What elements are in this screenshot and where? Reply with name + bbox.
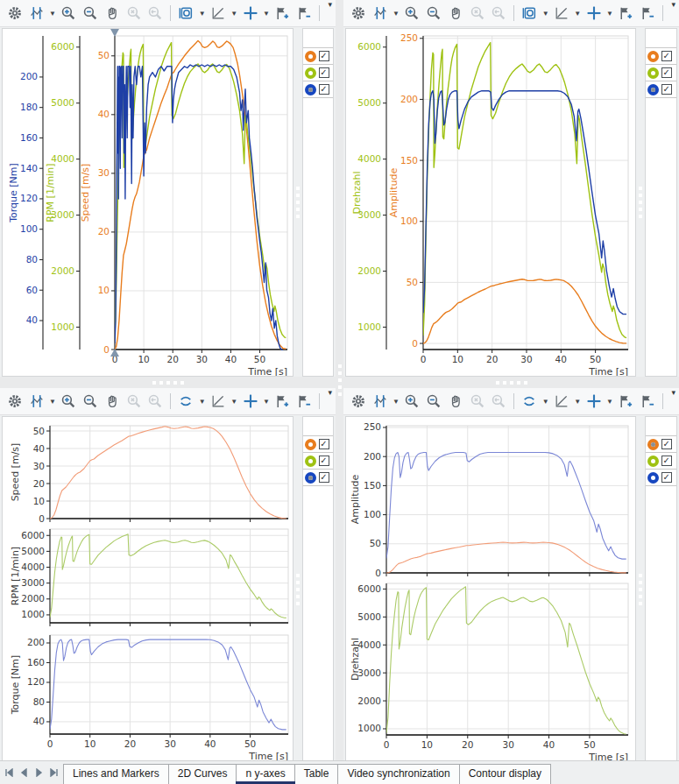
scale-mode-dropdown-icon[interactable]: ▼ — [573, 2, 583, 25]
zoom-in-icon[interactable] — [401, 390, 422, 413]
scale-mode-icon[interactable] — [551, 390, 572, 413]
zoom-out-icon[interactable] — [80, 2, 101, 25]
scale-mode-icon[interactable] — [551, 2, 572, 25]
vertical-splitter[interactable] — [336, 0, 343, 760]
measure-cursor-icon[interactable] — [26, 390, 47, 413]
signal-visibility-checkbox[interactable]: ✓ — [661, 51, 672, 61]
pan-hand-icon[interactable] — [102, 390, 123, 413]
signal-visibility-checkbox[interactable]: ✓ — [661, 456, 672, 466]
zoom-out-icon[interactable] — [423, 2, 444, 25]
zoom-out-icon[interactable] — [423, 390, 444, 413]
tab-2d-curves[interactable]: 2D Curves — [168, 764, 237, 784]
measure-cursor-icon[interactable] — [370, 390, 391, 413]
pan-hand-icon[interactable] — [445, 2, 466, 25]
measure-cursor-dropdown-icon[interactable]: ▼ — [392, 390, 401, 413]
signal-visibility-checkbox[interactable]: ✓ — [661, 67, 672, 78]
display-mode-dropdown-icon[interactable]: ▼ — [541, 2, 550, 25]
crosshair-dropdown-icon[interactable]: ▼ — [262, 390, 272, 413]
signal-ring-icon[interactable] — [305, 84, 316, 95]
measure-cursor-dropdown-icon[interactable]: ▼ — [48, 2, 58, 25]
tab-n-y-axes[interactable]: n y-axes — [236, 764, 294, 784]
crosshair-dropdown-icon[interactable]: ▼ — [605, 2, 615, 25]
chart-drehzahl-amplitude[interactable]: 100020003000400050006000Drehzahl05010015… — [345, 28, 636, 377]
signal-visibility-checkbox[interactable]: ✓ — [319, 439, 329, 449]
crosshair-icon[interactable] — [584, 2, 605, 25]
display-mode-dropdown-icon[interactable]: ▼ — [541, 390, 550, 413]
horizontal-splitter-right[interactable] — [343, 377, 679, 388]
signal-ring-icon[interactable] — [305, 472, 316, 484]
settings-gear-icon[interactable] — [4, 390, 25, 413]
tab-nav-previous-icon[interactable] — [18, 766, 30, 780]
crosshair-dropdown-icon[interactable]: ▼ — [605, 390, 615, 413]
chart-canvas-amplitude[interactable]: 050100150200250Amplitude — [346, 417, 635, 578]
pan-hand-icon[interactable] — [102, 2, 123, 25]
chart-canvas-rpm[interactable]: 100020003000400050006000RPM [1/min] — [3, 524, 293, 628]
measure-cursor-dropdown-icon[interactable]: ▼ — [48, 390, 58, 413]
chart-torque-rpm-speed[interactable]: 406080100120140160180200Torque [Nm]10002… — [2, 28, 294, 377]
tab-nav-next-icon[interactable] — [33, 766, 45, 780]
signal-ring-icon[interactable] — [647, 84, 659, 95]
pan-hand-icon[interactable] — [445, 390, 466, 413]
crosshair-icon[interactable] — [584, 390, 605, 413]
signal-visibility-checkbox[interactable]: ✓ — [319, 51, 329, 61]
crosshair-dropdown-icon[interactable]: ▼ — [262, 2, 272, 25]
signal-visibility-checkbox[interactable]: ✓ — [319, 67, 329, 78]
signal-ring-icon[interactable] — [647, 51, 659, 62]
signal-ring-icon[interactable] — [647, 67, 659, 79]
legend-splitter[interactable] — [636, 416, 645, 760]
remove-marker-icon[interactable] — [637, 390, 658, 413]
chart-stacked-amplitude-drehzahl[interactable]: 050100150200250Amplitude 100020003000400… — [345, 416, 636, 760]
zoom-out-icon[interactable] — [80, 390, 101, 413]
crosshair-icon[interactable] — [240, 390, 261, 413]
remove-marker-icon[interactable] — [294, 2, 315, 25]
toolbar-overflow-icon[interactable]: ▾ — [328, 0, 332, 9]
signal-ring-icon[interactable] — [305, 456, 316, 467]
zoom-in-icon[interactable] — [401, 2, 422, 25]
signal-ring-icon[interactable] — [647, 456, 659, 467]
tab-nav-first-icon[interactable] — [4, 766, 15, 780]
settings-gear-icon[interactable] — [348, 390, 369, 413]
splitter-handle-icon[interactable] — [296, 187, 300, 218]
tab-lines-and-markers[interactable]: Lines and Markers — [63, 764, 169, 784]
signal-ring-icon[interactable] — [647, 472, 659, 484]
legend-splitter[interactable] — [294, 28, 302, 377]
splitter-handle-icon[interactable] — [639, 574, 642, 605]
zoom-in-icon[interactable] — [58, 390, 79, 413]
display-mode-dropdown-icon[interactable]: ▼ — [197, 2, 207, 25]
chart-canvas-drehzahl[interactable]: 100020003000400050006000Drehzahl01020304… — [346, 578, 635, 760]
display-mode-dropdown-icon[interactable]: ▼ — [197, 390, 207, 413]
horizontal-splitter-left[interactable] — [0, 377, 336, 388]
splitter-handle-icon[interactable] — [296, 574, 300, 605]
zoom-in-icon[interactable] — [58, 2, 79, 25]
crosshair-icon[interactable] — [240, 2, 261, 25]
display-mode-icon[interactable] — [519, 2, 540, 25]
chart-canvas-torque[interactable]: 4080120160200Torque [Nm]01020304050Time … — [3, 628, 293, 760]
scale-mode-dropdown-icon[interactable]: ▼ — [230, 2, 239, 25]
remove-marker-icon[interactable] — [294, 390, 315, 413]
add-marker-icon[interactable] — [615, 390, 636, 413]
measure-cursor-dropdown-icon[interactable]: ▼ — [392, 2, 401, 25]
scale-mode-icon[interactable] — [208, 390, 229, 413]
toolbar-overflow-icon[interactable]: ▾ — [671, 0, 675, 9]
tab-nav-last-icon[interactable] — [48, 766, 60, 780]
signal-ring-icon[interactable] — [647, 439, 659, 450]
splitter-handle-icon[interactable] — [338, 364, 342, 396]
legend-splitter[interactable] — [294, 416, 302, 760]
add-marker-icon[interactable] — [615, 2, 636, 25]
tab-contour-display[interactable]: Contour display — [459, 764, 551, 784]
splitter-handle-icon[interactable] — [152, 381, 184, 385]
settings-gear-icon[interactable] — [4, 2, 25, 25]
add-marker-icon[interactable] — [272, 390, 293, 413]
toolbar-overflow-icon[interactable]: ▾ — [671, 388, 675, 397]
signal-visibility-checkbox[interactable]: ✓ — [661, 84, 672, 95]
display-mode-icon[interactable] — [519, 390, 540, 413]
scale-mode-dropdown-icon[interactable]: ▼ — [230, 390, 239, 413]
tab-video-synchronization[interactable]: Video synchronization — [337, 764, 459, 784]
signal-visibility-checkbox[interactable]: ✓ — [319, 84, 329, 95]
signal-visibility-checkbox[interactable]: ✓ — [661, 439, 672, 449]
chart-canvas-overlay-3axes[interactable]: 406080100120140160180200Torque [Nm]10002… — [3, 29, 293, 376]
remove-marker-icon[interactable] — [637, 2, 658, 25]
signal-ring-icon[interactable] — [305, 51, 316, 62]
chart-canvas-speed[interactable]: 01020304050Speed [m/s] — [3, 417, 293, 524]
scale-mode-dropdown-icon[interactable]: ▼ — [573, 390, 583, 413]
